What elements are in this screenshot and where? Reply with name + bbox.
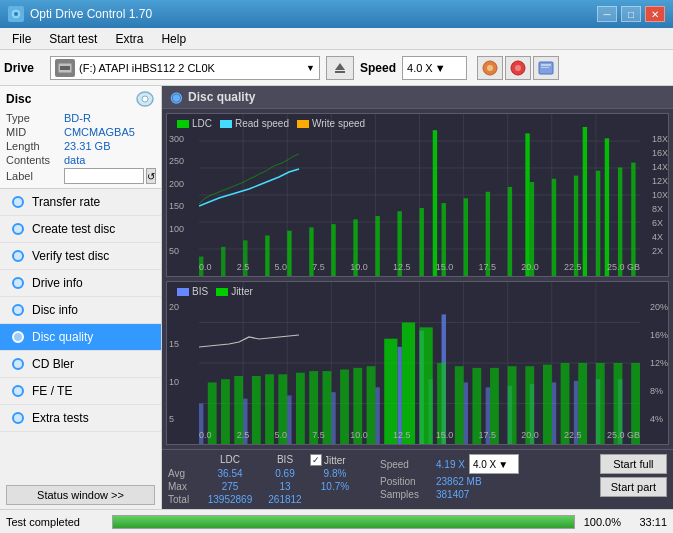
menu-bar: File Start test Extra Help <box>0 28 673 50</box>
svg-rect-53 <box>631 163 635 276</box>
legend-read-label: Read speed <box>235 118 289 129</box>
title-bar: Opti Drive Control 1.70 ─ □ ✕ <box>0 0 673 28</box>
legend-read-color <box>220 120 232 128</box>
disc-label-label: Label <box>6 170 64 182</box>
svg-rect-49 <box>583 127 587 276</box>
menu-file[interactable]: File <box>4 30 39 48</box>
sidebar-item-transfer-rate[interactable]: Transfer rate <box>0 189 161 216</box>
chart1-y-right: 18X16X14X12X10X8X6X4X2X <box>652 134 668 256</box>
sidebar-item-cd-bler[interactable]: CD Bler <box>0 351 161 378</box>
speed-label: Speed <box>360 61 396 75</box>
chart-ldc: LDC Read speed Write speed 3002502001501… <box>166 113 669 277</box>
stats-header-row: LDC BIS ✓ Jitter <box>168 454 360 466</box>
sidebar-item-extra-tests[interactable]: Extra tests <box>0 405 161 432</box>
position-stat-row: Position 23862 MB <box>380 476 519 487</box>
jitter-checkbox[interactable]: ✓ <box>310 454 322 466</box>
menu-help[interactable]: Help <box>153 30 194 48</box>
sidebar-item-label: Extra tests <box>32 411 89 425</box>
progress-bar <box>112 515 575 529</box>
chart1-x-labels: 0.02.55.07.510.012.515.017.520.022.525.0… <box>199 262 640 272</box>
speed-value: 4.0 X <box>407 62 433 74</box>
speed-dropdown[interactable]: 4.0 X ▼ <box>469 454 519 474</box>
total-bis: 261812 <box>260 494 310 505</box>
disc-quality-icon <box>10 329 26 345</box>
progress-fill <box>113 516 574 528</box>
disc-label-input[interactable] <box>64 168 144 184</box>
start-full-button[interactable]: Start full <box>600 454 667 474</box>
sidebar-item-label: CD Bler <box>32 357 74 371</box>
disc-length-value: 23.31 GB <box>64 140 110 152</box>
avg-bis: 0.69 <box>260 468 310 479</box>
chart1-area: 30025020015010050 18X16X14X12X10X8X6X4X2… <box>167 114 668 276</box>
status-window-button[interactable]: Status window >> <box>6 485 155 505</box>
svg-point-7 <box>487 65 493 71</box>
status-text: Test completed <box>6 516 106 528</box>
drive-selector[interactable]: (F:) ATAPI iHBS112 2 CL0K ▼ <box>50 56 320 80</box>
sidebar-item-label: Transfer rate <box>32 195 100 209</box>
drive-label: Drive <box>4 61 44 75</box>
sidebar-item-disc-quality[interactable]: Disc quality <box>0 324 161 351</box>
charts-container: LDC Read speed Write speed 3002502001501… <box>162 109 673 449</box>
speed-stat-row: Speed 4.19 X 4.0 X ▼ <box>380 454 519 474</box>
legend-jitter: Jitter <box>216 286 253 297</box>
chart2-area: 2015105 20%16%12%8%4% <box>167 282 668 444</box>
menu-extra[interactable]: Extra <box>107 30 151 48</box>
disc-mid-value: CMCMAGBA5 <box>64 126 135 138</box>
toolbar-icon-1[interactable] <box>477 56 503 80</box>
samples-stat-row: Samples 381407 <box>380 489 519 500</box>
legend-bis: BIS <box>177 286 208 297</box>
stats-columns: LDC BIS ✓ Jitter Avg 36.54 0.69 9.8% Max <box>168 454 360 505</box>
sidebar-item-fe-te[interactable]: FE / TE <box>0 378 161 405</box>
disc-mid-label: MID <box>6 126 64 138</box>
drive-dropdown-arrow: ▼ <box>306 63 315 73</box>
chart1-svg <box>199 114 640 276</box>
sidebar-item-label: Drive info <box>32 276 83 290</box>
close-btn[interactable]: ✕ <box>645 6 665 22</box>
svg-rect-50 <box>596 171 600 276</box>
chart2-legend: BIS Jitter <box>171 284 259 299</box>
disc-panel: Disc Type BD-R MID CMCMAGBA5 Length 23.3… <box>0 86 161 189</box>
sidebar-item-create-test-disc[interactable]: Create test disc <box>0 216 161 243</box>
svg-rect-48 <box>574 176 578 276</box>
ldc-header: LDC <box>200 454 260 466</box>
speed-stat-label: Speed <box>380 459 432 470</box>
app-icon <box>8 6 24 22</box>
svg-rect-95 <box>384 339 397 444</box>
minimize-btn[interactable]: ─ <box>597 6 617 22</box>
disc-type-value: BD-R <box>64 112 91 124</box>
disc-type-label: Type <box>6 112 64 124</box>
status-time: 33:11 <box>627 516 667 528</box>
position-label: Position <box>380 476 432 487</box>
max-bis: 13 <box>260 481 310 492</box>
chart2-y-left: 2015105 <box>169 302 179 424</box>
sidebar-item-drive-info[interactable]: Drive info <box>0 270 161 297</box>
chart2-y-right: 20%16%12%8%4% <box>650 302 668 424</box>
sidebar-item-disc-info[interactable]: Disc info <box>0 297 161 324</box>
svg-rect-51 <box>605 138 609 276</box>
transfer-rate-icon <box>10 194 26 210</box>
disc-panel-title: Disc <box>6 92 31 106</box>
speed-selector[interactable]: 4.0 X ▼ <box>402 56 467 80</box>
maximize-btn[interactable]: □ <box>621 6 641 22</box>
window-controls: ─ □ ✕ <box>597 6 665 22</box>
toolbar-icon-3[interactable] <box>533 56 559 80</box>
legend-write-color <box>297 120 309 128</box>
start-part-button[interactable]: Start part <box>600 477 667 497</box>
svg-marker-4 <box>335 63 345 70</box>
menu-start-test[interactable]: Start test <box>41 30 105 48</box>
max-label: Max <box>168 481 200 492</box>
disc-panel-icon <box>135 90 155 108</box>
sidebar-item-label: Disc info <box>32 303 78 317</box>
start-buttons: Start full Start part <box>600 454 667 497</box>
eject-button[interactable] <box>326 56 354 80</box>
jitter-header: Jitter <box>324 455 346 466</box>
total-row: Total 13952869 261812 <box>168 494 360 505</box>
sidebar-item-verify-test-disc[interactable]: Verify test disc <box>0 243 161 270</box>
fe-te-icon <box>10 383 26 399</box>
toolbar-icon-2[interactable] <box>505 56 531 80</box>
svg-rect-45 <box>525 133 529 276</box>
chart-bis: BIS Jitter 2015105 20%16%12%8%4% <box>166 281 669 445</box>
legend-ldc: LDC <box>177 118 212 129</box>
disc-refresh-button[interactable]: ↺ <box>146 168 156 184</box>
svg-point-9 <box>515 65 521 71</box>
